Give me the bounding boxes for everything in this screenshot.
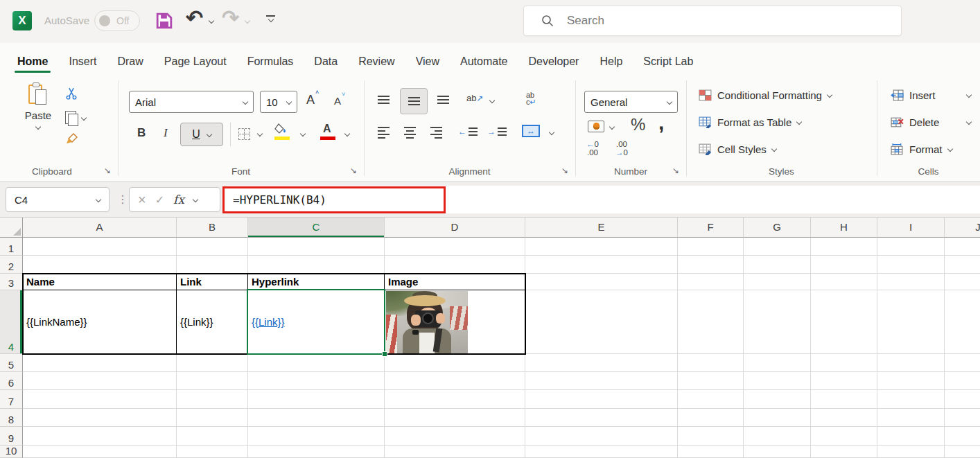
row-header-8[interactable]: 8 (0, 409, 23, 427)
cut-button[interactable] (65, 87, 78, 103)
row-header-6[interactable]: 6 (0, 372, 23, 390)
tab-view[interactable]: View (405, 56, 450, 76)
row-header-9[interactable]: 9 (0, 427, 23, 446)
top-align-button[interactable] (378, 96, 390, 104)
increase-decimal-button[interactable]: ←0 .00 (586, 140, 599, 157)
font-dialog-launcher[interactable]: ↘ (349, 166, 358, 176)
tab-data[interactable]: Data (304, 56, 348, 76)
select-all-corner[interactable] (0, 218, 23, 238)
increase-font-size-button[interactable]: A˄ (306, 93, 318, 107)
column-header-F[interactable]: F (678, 218, 744, 238)
search-box[interactable]: Search (523, 6, 902, 36)
tab-page-layout[interactable]: Page Layout (154, 56, 237, 76)
font-size-combo[interactable]: 10 (260, 91, 297, 113)
cell-B3[interactable]: Link (177, 274, 248, 290)
bold-button[interactable]: B (137, 126, 146, 140)
cancel-icon[interactable]: × (138, 193, 146, 206)
fill-color-chevron[interactable] (300, 131, 306, 136)
align-left-button[interactable] (378, 127, 390, 139)
italic-button[interactable]: I (164, 126, 168, 140)
spreadsheet-grid[interactable]: ABCDEFGHIJ12345678910NameLinkHyperlinkIm… (0, 218, 980, 458)
cell-A4[interactable]: {{LinkName}} (23, 290, 177, 354)
column-header-E[interactable]: E (525, 218, 678, 238)
row-header-4[interactable]: 4 (0, 290, 23, 354)
column-header-G[interactable]: G (744, 218, 811, 238)
copy-button[interactable] (65, 111, 86, 124)
row-header-2[interactable]: 2 (0, 256, 23, 274)
decrease-indent-button[interactable]: ← (458, 127, 478, 136)
paste-button[interactable]: Paste (17, 82, 60, 160)
wrap-text-button[interactable]: ab c↵ (526, 91, 536, 105)
number-format-combo[interactable]: General (584, 91, 678, 113)
tab-home[interactable]: Home (7, 56, 58, 76)
accounting-format-button[interactable] (588, 121, 604, 132)
decrease-font-size-button[interactable]: A˅ (334, 95, 344, 107)
redo-dropdown-chevron[interactable] (245, 18, 250, 24)
decrease-decimal-button[interactable]: .00 →0 (615, 140, 628, 157)
cell-B4[interactable]: {{Link}} (177, 290, 248, 354)
number-dialog-launcher[interactable]: ↘ (671, 166, 681, 176)
font-color-button[interactable]: A (320, 123, 335, 140)
clipboard-dialog-launcher[interactable]: ↘ (103, 166, 112, 176)
tab-formulas[interactable]: Formulas (237, 56, 304, 76)
cell-D4-image[interactable] (386, 291, 468, 353)
row-header-3[interactable]: 3 (0, 274, 23, 290)
copy-dropdown-chevron[interactable] (81, 114, 87, 120)
excel-logo-icon[interactable]: X (12, 11, 32, 30)
save-button[interactable] (156, 12, 173, 32)
accounting-format-chevron[interactable] (609, 124, 615, 130)
comma-style-button[interactable]: , (658, 116, 664, 129)
cell-C3[interactable]: Hyperlink (248, 274, 385, 290)
underline-dropdown-chevron[interactable] (207, 132, 212, 137)
font-color-chevron[interactable] (344, 131, 350, 136)
increase-indent-button[interactable]: → (487, 127, 507, 136)
tab-help[interactable]: Help (589, 56, 633, 76)
name-box-chevron[interactable] (96, 197, 101, 202)
column-header-I[interactable]: I (877, 218, 945, 238)
tab-developer[interactable]: Developer (518, 56, 590, 76)
bottom-align-button[interactable] (437, 96, 449, 104)
insert-function-chevron[interactable] (193, 197, 198, 202)
fill-color-button[interactable] (274, 123, 290, 140)
enter-icon[interactable]: ✓ (155, 193, 164, 206)
row-header-5[interactable]: 5 (0, 354, 23, 372)
tab-draw[interactable]: Draw (107, 56, 153, 76)
alignment-dialog-launcher[interactable]: ↘ (560, 166, 570, 176)
borders-dropdown-chevron[interactable] (257, 131, 263, 136)
percent-style-button[interactable]: % (631, 115, 645, 134)
autosave-toggle[interactable]: Off (94, 10, 140, 31)
cell-D3[interactable]: Image (385, 274, 525, 290)
format-cells-button[interactable]: Format (891, 139, 952, 159)
column-header-B[interactable]: B (177, 218, 248, 238)
column-header-D[interactable]: D (385, 218, 525, 238)
row-header-1[interactable]: 1 (0, 238, 23, 256)
format-painter-button[interactable] (65, 132, 78, 147)
format-as-table-button[interactable]: Format as Table (699, 112, 801, 132)
middle-align-button[interactable] (400, 88, 428, 114)
insert-cells-button[interactable]: Insert (891, 85, 971, 105)
formula-bar-drag-handle[interactable]: ⋮ (117, 193, 128, 206)
tab-review[interactable]: Review (348, 56, 405, 76)
fill-handle[interactable] (382, 351, 387, 357)
delete-cells-button[interactable]: Delete (891, 112, 971, 132)
cell-styles-button[interactable]: Cell Styles (699, 139, 776, 159)
center-button[interactable] (404, 127, 416, 139)
underline-button[interactable]: U (180, 123, 223, 146)
align-right-button[interactable] (430, 127, 442, 139)
redo-button[interactable]: ↷ (222, 6, 239, 30)
orientation-chevron[interactable] (489, 98, 495, 103)
tab-insert[interactable]: Insert (58, 56, 107, 76)
tab-script-lab[interactable]: Script Lab (633, 56, 703, 76)
undo-button[interactable]: ↶ (186, 6, 203, 30)
column-header-C[interactable]: C (248, 218, 385, 238)
undo-dropdown-chevron[interactable] (209, 18, 214, 24)
column-header-A[interactable]: A (23, 218, 177, 238)
column-header-J[interactable]: J (945, 218, 980, 238)
orientation-button[interactable]: ab↗ (466, 93, 484, 103)
name-box[interactable]: C4 (6, 187, 110, 212)
insert-function-button[interactable]: fx (173, 193, 184, 206)
row-header-7[interactable]: 7 (0, 390, 23, 409)
font-name-combo[interactable]: Arial (129, 91, 254, 113)
row-header-10[interactable]: 10 (0, 446, 23, 458)
borders-button[interactable] (238, 128, 250, 140)
